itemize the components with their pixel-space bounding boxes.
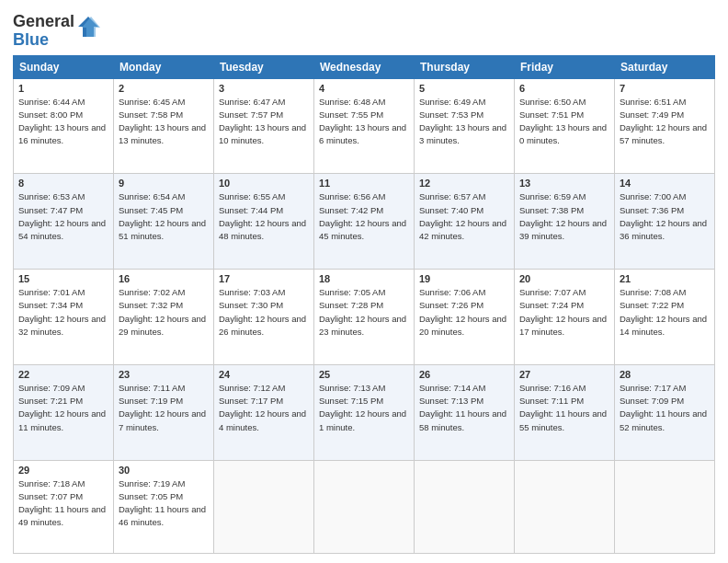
day-number: 5: [419, 83, 509, 94]
calendar-cell: [615, 460, 715, 553]
daylight-label: Daylight: 12 hours and 48 minutes.: [219, 218, 306, 241]
logo-blue: Blue: [13, 31, 74, 50]
day-number: 17: [219, 273, 309, 284]
sunset-label: Sunset: 7:30 PM: [219, 300, 283, 310]
sunset-label: Sunset: 7:24 PM: [519, 300, 584, 310]
daylight-label: Daylight: 12 hours and 39 minutes.: [519, 218, 607, 241]
day-number: 21: [620, 273, 710, 284]
daylight-label: Daylight: 12 hours and 11 minutes.: [18, 408, 106, 431]
sunset-label: Sunset: 7:57 PM: [219, 109, 283, 120]
sunrise-label: Sunrise: 6:51 AM: [620, 97, 686, 107]
sunrise-label: Sunrise: 7:16 AM: [519, 383, 586, 393]
daylight-label: Daylight: 12 hours and 14 minutes.: [620, 314, 707, 337]
sunset-label: Sunset: 8:00 PM: [18, 109, 83, 120]
col-header-friday: Friday: [515, 55, 615, 78]
sunrise-label: Sunrise: 7:14 AM: [419, 383, 485, 393]
day-info: Sunrise: 6:57 AM Sunset: 7:40 PM Dayligh…: [419, 190, 509, 243]
calendar-cell: 9 Sunrise: 6:54 AM Sunset: 7:45 PM Dayli…: [114, 174, 214, 270]
day-number: 28: [620, 369, 710, 380]
daylight-label: Daylight: 13 hours and 10 minutes.: [219, 122, 306, 145]
sunset-label: Sunset: 7:36 PM: [620, 205, 684, 215]
daylight-label: Daylight: 13 hours and 6 minutes.: [319, 122, 406, 145]
day-info: Sunrise: 6:59 AM Sunset: 7:38 PM Dayligh…: [519, 190, 609, 243]
day-info: Sunrise: 7:09 AM Sunset: 7:21 PM Dayligh…: [18, 382, 108, 434]
day-info: Sunrise: 7:05 AM Sunset: 7:28 PM Dayligh…: [319, 286, 409, 339]
calendar-cell: 30 Sunrise: 7:19 AM Sunset: 7:05 PM Dayl…: [114, 460, 214, 553]
day-info: Sunrise: 6:44 AM Sunset: 8:00 PM Dayligh…: [18, 96, 108, 148]
sunrise-label: Sunrise: 7:19 AM: [119, 478, 185, 488]
day-number: 16: [119, 273, 209, 284]
daylight-label: Daylight: 12 hours and 54 minutes.: [18, 218, 106, 241]
calendar-cell: [415, 460, 515, 553]
day-info: Sunrise: 7:14 AM Sunset: 7:13 PM Dayligh…: [419, 382, 509, 434]
day-number: 20: [519, 273, 609, 284]
sunrise-label: Sunrise: 7:12 AM: [219, 383, 285, 393]
calendar-cell: 25 Sunrise: 7:13 AM Sunset: 7:15 PM Dayl…: [314, 364, 415, 460]
day-number: 2: [119, 83, 209, 94]
calendar-cell: 26 Sunrise: 7:14 AM Sunset: 7:13 PM Dayl…: [415, 364, 515, 460]
sunrise-label: Sunrise: 7:06 AM: [419, 287, 485, 297]
sunset-label: Sunset: 7:40 PM: [419, 205, 483, 215]
sunset-label: Sunset: 7:13 PM: [419, 396, 483, 406]
sunrise-label: Sunrise: 6:47 AM: [219, 97, 285, 107]
daylight-label: Daylight: 11 hours and 46 minutes.: [119, 504, 206, 527]
day-info: Sunrise: 6:50 AM Sunset: 7:51 PM Dayligh…: [519, 96, 609, 148]
day-info: Sunrise: 7:01 AM Sunset: 7:34 PM Dayligh…: [18, 286, 108, 339]
daylight-label: Daylight: 12 hours and 51 minutes.: [119, 218, 206, 241]
daylight-label: Daylight: 13 hours and 13 minutes.: [119, 122, 206, 145]
sunset-label: Sunset: 7:45 PM: [119, 205, 183, 215]
daylight-label: Daylight: 11 hours and 49 minutes.: [18, 504, 106, 527]
col-header-saturday: Saturday: [615, 55, 715, 78]
calendar-cell: [214, 460, 314, 553]
day-number: 18: [319, 273, 409, 284]
calendar-cell: 14 Sunrise: 7:00 AM Sunset: 7:36 PM Dayl…: [615, 174, 715, 270]
day-number: 1: [18, 83, 108, 94]
day-info: Sunrise: 6:45 AM Sunset: 7:58 PM Dayligh…: [119, 96, 209, 148]
day-number: 13: [519, 178, 609, 189]
calendar-cell: 10 Sunrise: 6:55 AM Sunset: 7:44 PM Dayl…: [214, 174, 314, 270]
sunset-label: Sunset: 7:53 PM: [419, 109, 483, 120]
daylight-label: Daylight: 12 hours and 1 minute.: [319, 408, 406, 431]
week-row-3: 15 Sunrise: 7:01 AM Sunset: 7:34 PM Dayl…: [14, 270, 715, 365]
day-number: 4: [319, 83, 409, 94]
day-info: Sunrise: 7:11 AM Sunset: 7:19 PM Dayligh…: [119, 382, 209, 434]
calendar-cell: 1 Sunrise: 6:44 AM Sunset: 8:00 PM Dayli…: [14, 78, 114, 174]
sunrise-label: Sunrise: 6:45 AM: [119, 97, 185, 107]
day-number: 3: [219, 83, 309, 94]
calendar-cell: 3 Sunrise: 6:47 AM Sunset: 7:57 PM Dayli…: [214, 78, 314, 174]
day-info: Sunrise: 6:54 AM Sunset: 7:45 PM Dayligh…: [119, 190, 209, 243]
sunset-label: Sunset: 7:17 PM: [219, 396, 283, 406]
sunrise-label: Sunrise: 6:44 AM: [18, 97, 85, 107]
sunrise-label: Sunrise: 7:07 AM: [519, 287, 586, 297]
day-info: Sunrise: 6:56 AM Sunset: 7:42 PM Dayligh…: [319, 190, 409, 243]
sunset-label: Sunset: 7:22 PM: [620, 300, 684, 310]
sunset-label: Sunset: 7:34 PM: [18, 300, 83, 310]
week-row-2: 8 Sunrise: 6:53 AM Sunset: 7:47 PM Dayli…: [14, 174, 715, 270]
sunset-label: Sunset: 7:42 PM: [319, 205, 383, 215]
calendar-cell: 21 Sunrise: 7:08 AM Sunset: 7:22 PM Dayl…: [615, 270, 715, 365]
calendar-cell: 20 Sunrise: 7:07 AM Sunset: 7:24 PM Dayl…: [515, 270, 615, 365]
day-number: 6: [519, 83, 609, 94]
sunset-label: Sunset: 7:49 PM: [620, 109, 684, 120]
calendar-cell: 12 Sunrise: 6:57 AM Sunset: 7:40 PM Dayl…: [415, 174, 515, 270]
daylight-label: Daylight: 12 hours and 32 minutes.: [18, 314, 106, 337]
sunset-label: Sunset: 7:26 PM: [419, 300, 483, 310]
day-info: Sunrise: 6:55 AM Sunset: 7:44 PM Dayligh…: [219, 190, 309, 243]
day-number: 15: [18, 273, 108, 284]
sunrise-label: Sunrise: 7:05 AM: [319, 287, 385, 297]
col-header-wednesday: Wednesday: [314, 55, 415, 78]
sunrise-label: Sunrise: 7:00 AM: [620, 191, 686, 201]
daylight-label: Daylight: 12 hours and 26 minutes.: [219, 314, 306, 337]
sunset-label: Sunset: 7:28 PM: [319, 300, 383, 310]
day-info: Sunrise: 7:00 AM Sunset: 7:36 PM Dayligh…: [620, 190, 710, 243]
day-number: 30: [119, 465, 209, 476]
col-header-sunday: Sunday: [14, 55, 114, 78]
sunset-label: Sunset: 7:55 PM: [319, 109, 383, 120]
sunrise-label: Sunrise: 6:50 AM: [519, 97, 586, 107]
sunset-label: Sunset: 7:05 PM: [119, 491, 183, 501]
sunrise-label: Sunrise: 7:02 AM: [119, 287, 185, 297]
sunset-label: Sunset: 7:11 PM: [519, 396, 584, 406]
calendar-cell: 29 Sunrise: 7:18 AM Sunset: 7:07 PM Dayl…: [14, 460, 114, 553]
daylight-label: Daylight: 13 hours and 3 minutes.: [419, 122, 506, 145]
day-info: Sunrise: 6:49 AM Sunset: 7:53 PM Dayligh…: [419, 96, 509, 148]
